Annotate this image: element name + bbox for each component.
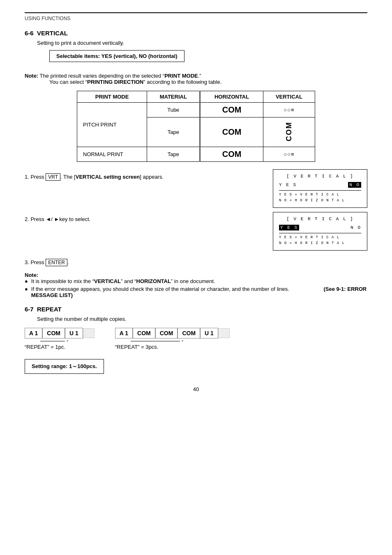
tape-cell-u1-2: U 1 bbox=[200, 328, 218, 339]
table-cell-tape2: Tape bbox=[147, 147, 200, 162]
table-cell-vert3: ○○≡ bbox=[263, 147, 315, 162]
header-title: USING FUNCTIONS bbox=[25, 16, 70, 21]
tape-cell-com-2b: COM bbox=[155, 328, 178, 339]
see-ref: (See 9-1: ERROR MESSAGE LIST) bbox=[31, 286, 367, 298]
col-header-horizontal: HORIZONTAL bbox=[200, 91, 263, 103]
table-cell-pitch-print: PITCH PRINT bbox=[77, 103, 147, 147]
tape-row-1: A 1 COM U 1 bbox=[25, 328, 95, 339]
repeat-diagram-2: A 1 COM COM COM U 1 ⌄ “REPEAT” = 3pcs. bbox=[115, 328, 230, 350]
section-67-title: 6-7 REPEAT bbox=[25, 306, 367, 313]
table-cell-vert1: ○○≡ bbox=[263, 103, 315, 117]
lcd-subtitle-1: Y E S = V E R T I C A L N O = H O R I Z … bbox=[279, 190, 361, 203]
lcd-panel-2: [ V E R T I C A L ] Y E S N O Y E S = V … bbox=[273, 212, 367, 251]
table-cell-vert2: COM bbox=[263, 117, 315, 147]
vrt-key[interactable]: VRT bbox=[46, 173, 60, 181]
step-1-row: 1. Press VRT. The [VERTICAL setting scre… bbox=[25, 169, 367, 208]
lcd-no-inverted-1: N O bbox=[348, 182, 361, 188]
note-label-1: Note: bbox=[25, 73, 38, 79]
note-text-1: It is impossible to mix the “VERTICAL” a… bbox=[31, 278, 215, 284]
repeat-diagrams: A 1 COM U 1 ⌄ “REPEAT” = 1pc. A 1 COM CO… bbox=[25, 328, 367, 350]
step-1-text: 1. Press VRT. The [VERTICAL setting scre… bbox=[25, 169, 261, 181]
tape-cell-a1-1: A 1 bbox=[25, 328, 42, 339]
note-indent: You can select “PRINTING DIRECTION” acco… bbox=[49, 79, 367, 85]
notes-bottom: Note: ● It is impossible to mix the “VER… bbox=[25, 272, 367, 298]
table-cell-com-h2: COM bbox=[200, 117, 263, 147]
print-mode-table: PRINT MODE MATERIAL HORIZONTAL VERTICAL … bbox=[77, 91, 315, 162]
tape-cell-blank-2 bbox=[218, 328, 230, 338]
tape-cell-com-2a: COM bbox=[133, 328, 155, 339]
lcd-no-2: N O bbox=[350, 225, 361, 230]
section-66: 6-6 VERTICAL Setting to print a document… bbox=[25, 30, 367, 298]
lcd-title-2: [ V E R T I C A L ] bbox=[279, 216, 361, 221]
page-number: 40 bbox=[25, 386, 367, 392]
section-66-title: 6-6 VERTICAL bbox=[25, 30, 367, 37]
repeat-label-1: “REPEAT” = 1pc. bbox=[25, 344, 65, 350]
step-2-text: 2. Press ◄/ ►key to select. bbox=[25, 212, 261, 222]
lcd-row-2: Y E S N O bbox=[279, 225, 361, 230]
repeat-diagram-1: A 1 COM U 1 ⌄ “REPEAT” = 1pc. bbox=[25, 328, 95, 350]
tape-cell-blank-1 bbox=[83, 328, 95, 338]
lcd-row-1: Y E S N O bbox=[279, 182, 361, 188]
step-3-text: 3. Press ENTER. bbox=[25, 255, 367, 266]
selectable-box: Selectable items: YES (vertical), NO (ho… bbox=[49, 50, 184, 62]
tape-row-2: A 1 COM COM COM U 1 bbox=[115, 328, 230, 339]
table-cell-tape1: Tape bbox=[147, 117, 200, 147]
tape-cell-a1-2: A 1 bbox=[115, 328, 133, 339]
step-3-row: 3. Press ENTER. bbox=[25, 255, 367, 266]
section-67: 6-7 REPEAT Setting the number of multipl… bbox=[25, 306, 367, 374]
table-cell-com-h3: COM bbox=[200, 147, 263, 162]
lcd-title-1: [ V E R T I C A L ] bbox=[279, 174, 361, 179]
col-header-print-mode: PRINT MODE bbox=[77, 91, 147, 103]
step-2-row: 2. Press ◄/ ►key to select. [ V E R T I … bbox=[25, 212, 367, 251]
bullet-note-1: ● It is impossible to mix the “VERTICAL”… bbox=[25, 278, 367, 284]
enter-key[interactable]: ENTER bbox=[46, 259, 67, 266]
section-66-desc: Setting to print a document vertically. bbox=[37, 40, 367, 46]
bullet-note-2: ● If the error message appears, you shou… bbox=[25, 286, 367, 298]
section-67-desc: Setting the number of multiple copies. bbox=[37, 316, 367, 322]
steps-area: 1. Press VRT. The [VERTICAL setting scre… bbox=[25, 169, 367, 266]
table-cell-tube: Tube bbox=[147, 103, 200, 117]
col-header-material: MATERIAL bbox=[147, 91, 200, 103]
lcd-yes-1: Y E S bbox=[279, 182, 297, 187]
tape-cell-com-1: COM bbox=[42, 328, 65, 339]
table-cell-com-h1: COM bbox=[200, 103, 263, 117]
repeat-label-2: “REPEAT” = 3pcs. bbox=[115, 344, 159, 350]
lcd-panel-1: [ V E R T I C A L ] Y E S N O Y E S = V … bbox=[273, 169, 367, 208]
lcd-yes-inverted-2: Y E S bbox=[279, 225, 299, 230]
page-header: USING FUNCTIONS bbox=[25, 12, 367, 21]
lcd-subtitle-2: Y E S = V E R T I C A L N O = H O R I Z … bbox=[279, 233, 361, 246]
note-block-1: Note: The printed result varies dependin… bbox=[25, 73, 367, 85]
note-text-2: If the error message appears, you should… bbox=[31, 286, 367, 298]
setting-range-box: Setting range: 1～100pcs. bbox=[25, 359, 104, 374]
tape-cell-com-2c: COM bbox=[178, 328, 200, 339]
tape-cell-u1-1: U 1 bbox=[65, 328, 83, 339]
col-header-vertical: VERTICAL bbox=[263, 91, 315, 103]
table-cell-normal-print: NORMAL PRINT bbox=[77, 147, 147, 162]
